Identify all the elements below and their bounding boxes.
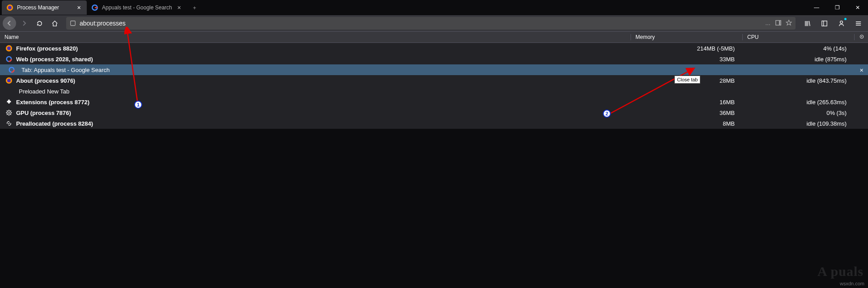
tab-strip: Process Manager Appuals test - Google Se… <box>0 0 868 15</box>
identity-icon <box>70 20 76 26</box>
annotation-label-1: 1 <box>134 101 142 109</box>
home-button[interactable] <box>47 17 62 30</box>
column-name[interactable]: Name <box>0 34 631 40</box>
svg-point-8 <box>840 21 843 23</box>
svg-rect-5 <box>780 20 781 25</box>
page-actions-menu[interactable]: … <box>765 20 771 26</box>
column-settings-button[interactable] <box>855 34 868 41</box>
column-memory[interactable]: Memory <box>631 34 743 40</box>
forward-button[interactable] <box>17 17 31 30</box>
tab-process-manager[interactable]: Process Manager <box>2 0 87 15</box>
column-cpu[interactable]: CPU <box>743 34 855 40</box>
svg-point-1 <box>8 6 12 9</box>
process-row-firefox[interactable]: Firefox (process 8820) 214MB (-5MB) 4% (… <box>0 43 868 54</box>
svg-point-10 <box>861 36 862 37</box>
svg-point-19 <box>8 112 10 114</box>
column-header: Name Memory CPU <box>0 31 868 43</box>
url-bar[interactable]: about:processes … <box>66 17 796 30</box>
brand-watermark: A puals <box>817 264 864 279</box>
process-row-gpu[interactable]: GPU (process 7876) 36MB 0% (3s) <box>0 107 868 118</box>
process-row-preloaded-tab[interactable]: Preloaded New Tab <box>0 86 868 97</box>
new-tab-button[interactable] <box>187 0 202 15</box>
svg-point-12 <box>7 47 11 50</box>
account-icon[interactable] <box>834 17 848 30</box>
svg-point-18 <box>7 79 11 82</box>
reload-button[interactable] <box>32 17 47 30</box>
google-icon <box>91 4 98 11</box>
svg-rect-6 <box>821 21 826 25</box>
tab-appuals-search[interactable]: Appuals test - Google Search <box>87 0 187 15</box>
tab-title: Process Manager <box>17 4 72 11</box>
annotation-label-2: 2 <box>603 110 611 118</box>
firefox-icon <box>6 4 13 11</box>
google-icon <box>5 55 13 63</box>
url-text: about:processes <box>80 20 762 27</box>
minimize-button[interactable]: — <box>806 0 827 15</box>
svg-rect-3 <box>71 21 76 26</box>
maximize-button[interactable]: ❐ <box>827 0 847 15</box>
firefox-icon <box>5 45 13 52</box>
firefox-icon <box>5 77 13 84</box>
process-row-about[interactable]: About (process 9076) 28MB idle (843.75ms… <box>0 75 868 86</box>
back-button[interactable] <box>3 17 16 30</box>
reader-mode-icon[interactable] <box>775 20 781 27</box>
extension-icon <box>5 98 13 106</box>
process-row-tab-appuals[interactable]: Tab: Appuals test - Google Search <box>0 64 868 75</box>
svg-rect-4 <box>776 20 779 25</box>
window-controls: — ❐ ✕ <box>806 0 868 15</box>
google-icon <box>8 66 15 73</box>
close-icon <box>860 67 864 73</box>
close-tab-button[interactable] <box>855 67 868 73</box>
source-watermark: wsxdn.com <box>840 281 864 286</box>
app-menu-button[interactable] <box>851 17 865 30</box>
process-row-extensions[interactable]: Extensions (process 8772) 16MB idle (265… <box>0 97 868 107</box>
process-row-web[interactable]: Web (process 2028, shared) 33MB idle (87… <box>0 54 868 64</box>
link-icon <box>5 120 13 127</box>
process-list: Firefox (process 8820) 214MB (-5MB) 4% (… <box>0 43 868 129</box>
close-icon[interactable] <box>75 4 82 11</box>
process-row-preallocated[interactable]: Preallocated (process 8284) 8MB idle (10… <box>0 118 868 129</box>
gpu-icon <box>5 109 13 116</box>
close-tab-tooltip: Close tab <box>674 76 700 84</box>
sidebar-icon[interactable] <box>817 17 831 30</box>
library-icon[interactable] <box>800 17 814 30</box>
bookmark-star-icon[interactable] <box>786 20 792 27</box>
nav-toolbar: about:processes … <box>0 15 868 31</box>
tab-title: Appuals test - Google Search <box>102 4 172 11</box>
close-icon[interactable] <box>176 4 183 11</box>
window-close-button[interactable]: ✕ <box>847 0 868 15</box>
